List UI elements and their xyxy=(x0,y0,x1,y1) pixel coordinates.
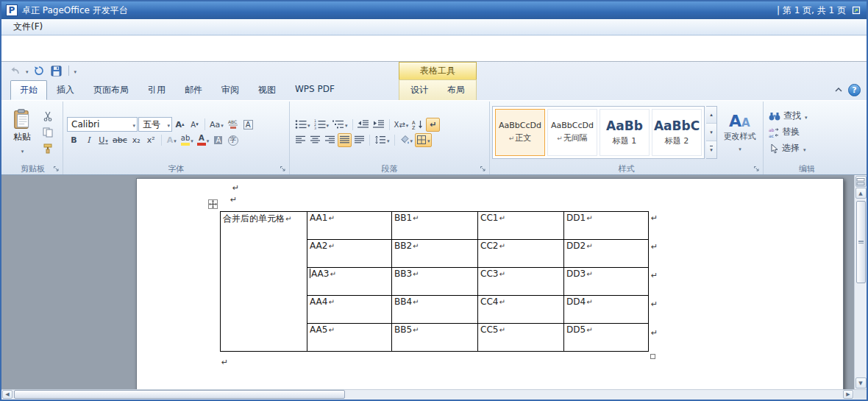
help-button[interactable]: ? xyxy=(848,84,861,96)
fullscreen-icon[interactable] xyxy=(850,4,862,16)
table-cell-BB5[interactable]: BB5↵ xyxy=(392,324,478,352)
line-spacing-button[interactable] xyxy=(373,133,391,147)
table-cell-CC4[interactable]: CC4↵ xyxy=(478,296,564,324)
paragraph-dialog-launcher[interactable] xyxy=(480,166,487,173)
table-cell-BB4[interactable]: BB4↵ xyxy=(392,296,478,324)
underline-button[interactable]: U xyxy=(96,133,110,147)
table-resize-handle[interactable] xyxy=(650,354,655,359)
vertical-scrollbar[interactable] xyxy=(854,175,867,389)
italic-button[interactable]: I xyxy=(82,133,96,147)
clipboard-dialog-launcher[interactable] xyxy=(53,166,60,173)
font-dialog-launcher[interactable] xyxy=(280,166,287,173)
horizontal-scroll-thumb[interactable] xyxy=(14,390,345,399)
font-name-combo[interactable]: Calibri xyxy=(67,117,138,132)
shrink-font-button[interactable]: A▾ xyxy=(188,118,202,132)
redo-button[interactable] xyxy=(32,64,46,77)
enclose-characters-button[interactable]: 字 xyxy=(226,133,240,147)
table-move-handle[interactable] xyxy=(208,199,218,209)
table-cell-CC2[interactable]: CC2↵ xyxy=(478,240,564,268)
gallery-down-icon[interactable] xyxy=(706,124,716,141)
table-cell-AA2[interactable]: AA2↵ xyxy=(307,240,392,268)
find-button[interactable]: 查找 xyxy=(766,109,811,123)
table-cell-DD5[interactable]: DD5↵ xyxy=(564,324,649,352)
gallery-more-icon[interactable] xyxy=(706,141,716,158)
table-cell-AA3[interactable]: AA3↵ xyxy=(307,268,392,296)
ribbon-tab-1[interactable]: 开始 xyxy=(10,80,47,100)
distribute-button[interactable] xyxy=(352,133,366,147)
table-cell-BB2[interactable]: BB2↵ xyxy=(392,240,478,268)
table-cell-DD2[interactable]: DD2↵ xyxy=(564,240,649,268)
collapse-ribbon-icon[interactable] xyxy=(835,88,842,92)
table-cell-DD3[interactable]: DD3↵ xyxy=(564,268,649,296)
ribbon-tab-6[interactable]: 审阅 xyxy=(212,80,249,100)
scroll-right-button[interactable] xyxy=(843,390,853,399)
phonetic-guide-button[interactable]: ABC xyxy=(226,118,241,132)
decrease-indent-button[interactable] xyxy=(356,118,371,132)
ruler-toggle-button[interactable] xyxy=(855,176,867,187)
styles-dialog-launcher[interactable] xyxy=(753,166,761,173)
grow-font-button[interactable]: A▴ xyxy=(173,118,187,132)
table-cell-AA1[interactable]: AA1↵ xyxy=(307,212,392,240)
numbering-button[interactable]: 123 xyxy=(313,118,331,132)
style-item-4[interactable]: AaBbC标题 2 xyxy=(652,109,702,156)
file-menu[interactable]: 文件(F) xyxy=(7,19,49,35)
align-left-button[interactable] xyxy=(294,133,307,147)
table-cell-CC5[interactable]: CC5↵ xyxy=(478,324,564,352)
save-button[interactable] xyxy=(49,64,64,77)
select-button[interactable]: 选择 xyxy=(766,141,811,155)
table-cell-CC1[interactable]: CC1↵ xyxy=(478,212,564,240)
ribbon-tab-4[interactable]: 引用 xyxy=(138,80,175,100)
align-justify-button[interactable] xyxy=(338,133,352,147)
ribbon-tab-8[interactable]: WPS PDF xyxy=(285,80,344,100)
bullets-button[interactable] xyxy=(294,118,312,132)
style-item-1[interactable]: AaBbCcDd↵正文 xyxy=(495,109,545,156)
cut-button[interactable] xyxy=(40,109,54,123)
gallery-up-icon[interactable] xyxy=(706,107,716,124)
bold-button[interactable]: B xyxy=(67,133,81,147)
change-case-button[interactable]: Aa xyxy=(208,118,225,132)
increase-indent-button[interactable] xyxy=(371,118,386,132)
sort-button[interactable]: AZ xyxy=(410,118,425,132)
strikethrough-button[interactable]: abc xyxy=(111,133,129,147)
subscript-button[interactable]: x₂ xyxy=(129,133,143,147)
character-shading-button[interactable]: A xyxy=(211,133,225,147)
vertical-scroll-thumb[interactable] xyxy=(856,201,866,283)
qat-customize-icon[interactable] xyxy=(74,65,77,76)
highlight-button[interactable]: ab xyxy=(179,133,195,147)
scroll-up-button[interactable] xyxy=(855,188,867,199)
table-cell-BB3[interactable]: BB3↵ xyxy=(392,268,478,296)
text-effects-button[interactable]: A xyxy=(165,133,179,147)
replace-button[interactable]: abac 替换 xyxy=(766,125,811,139)
align-center-button[interactable] xyxy=(308,133,322,147)
table-cell-AA4[interactable]: AA4↵ xyxy=(307,296,392,324)
undo-button[interactable] xyxy=(7,64,22,77)
contextual-tab-2[interactable]: 布局 xyxy=(438,80,474,100)
character-border-button[interactable]: A xyxy=(241,118,255,132)
table-cell-AA5[interactable]: AA5↵ xyxy=(307,324,392,352)
ribbon-tab-7[interactable]: 视图 xyxy=(249,80,285,100)
multilevel-list-button[interactable] xyxy=(331,118,349,132)
asian-layout-button[interactable]: X⇄ xyxy=(393,118,410,132)
shading-button[interactable] xyxy=(398,133,415,147)
page[interactable]: ↵ ↵ 合并后的单元格↵AA1↵BB1↵CC1↵DD1↵AA2↵BB2↵CC2↵… xyxy=(136,178,844,389)
superscript-button[interactable]: x² xyxy=(144,133,158,147)
font-color-button[interactable]: A xyxy=(196,133,211,147)
ribbon-tab-3[interactable]: 页面布局 xyxy=(84,80,138,100)
copy-button[interactable] xyxy=(40,125,54,139)
show-marks-button[interactable]: ↵ xyxy=(426,118,440,132)
font-size-combo[interactable]: 五号 xyxy=(138,117,172,132)
contextual-tab-1[interactable]: 设计 xyxy=(401,80,438,100)
undo-dropdown-icon[interactable] xyxy=(25,65,29,76)
ribbon-tab-5[interactable]: 邮件 xyxy=(175,80,212,100)
table-cell-BB1[interactable]: BB1↵ xyxy=(392,212,478,240)
scroll-left-button[interactable] xyxy=(2,390,13,399)
ribbon-tab-2[interactable]: 插入 xyxy=(47,80,84,100)
table-cell-CC3[interactable]: CC3↵ xyxy=(478,268,564,296)
table-cell-DD1[interactable]: DD1↵ xyxy=(564,212,649,240)
change-styles-button[interactable]: AA 更改样式 xyxy=(719,104,761,160)
align-right-button[interactable] xyxy=(323,133,337,147)
borders-button[interactable] xyxy=(415,133,432,147)
format-painter-button[interactable] xyxy=(40,141,54,155)
merged-cell[interactable]: 合并后的单元格↵ xyxy=(221,212,307,352)
table-cell-DD4[interactable]: DD4↵ xyxy=(564,296,649,324)
